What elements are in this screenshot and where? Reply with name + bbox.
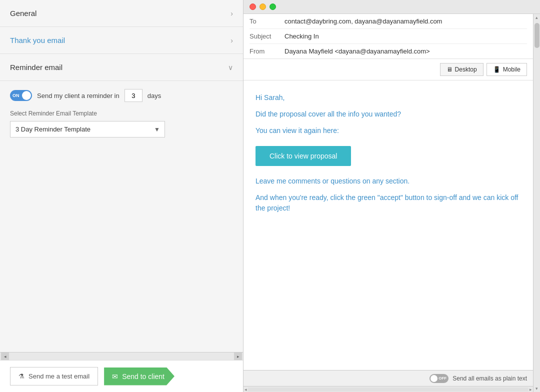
desktop-label: Desktop [455,66,477,73]
mac-titlebar [244,0,540,14]
test-email-button[interactable]: ⚗ Send me a test email [10,367,98,386]
view-proposal-button[interactable]: Click to view proposal [256,146,351,166]
thank-you-email-label: Thank you email [10,36,65,44]
toggle-off-label: OFF [438,376,446,380]
email-line1: Did the proposal cover all the info you … [256,109,521,120]
toggle-on-label: ON [12,93,20,98]
right-bottom-bar: OFF Send all emails as plain text [244,370,533,386]
to-label: To [250,18,284,25]
mobile-icon: 📱 [493,66,500,73]
toggle-knob [22,91,31,100]
email-greeting: Hi Sarah, [256,92,521,103]
general-label: General [10,9,36,18]
email-subject-row: Subject Checking In [250,29,527,44]
scroll-track [534,21,540,385]
right-panel-inner: To contact@daybring.com, dayana@dayanama… [244,14,540,392]
to-value: contact@daybring.com, dayana@dayanamayfi… [284,18,442,25]
send-client-button[interactable]: ✉ Send to client [104,368,174,386]
desktop-icon: 🖥 [446,66,452,73]
desktop-view-button[interactable]: 🖥 Desktop [440,63,484,76]
plain-text-toggle[interactable]: OFF [430,374,448,383]
left-panel: General › Thank you email › Reminder ema… [0,0,244,392]
scroll-arrows: ◂ ▸ [1,352,242,360]
chevron-right-icon-2: › [230,36,233,44]
mobile-label: Mobile [503,66,520,73]
email-to-row: To contact@daybring.com, dayana@dayanama… [250,14,527,29]
email-toolbar: 🖥 Desktop 📱 Mobile [244,59,533,80]
chevron-down-icon: ∨ [228,64,233,72]
email-from-row: From Dayana Mayfield <dayana@dayanamayfi… [250,44,527,58]
email-header: To contact@daybring.com, dayana@dayanama… [244,14,533,59]
test-email-label: Send me a test email [28,372,90,380]
horizontal-scrollbar[interactable]: ◂ ▸ [0,352,243,360]
send-client-label: Send to client [122,372,164,380]
sidebar-item-general[interactable]: General › [0,0,243,27]
scroll-thumb[interactable] [534,23,540,48]
template-select[interactable]: 3 Day Reminder Template 1 Day Reminder T… [10,121,165,138]
email-preview: To contact@daybring.com, dayana@dayanama… [244,14,533,370]
chevron-right-icon: › [230,10,233,18]
email-main: To contact@daybring.com, dayana@dayanama… [244,14,533,392]
right-v-scrollbar[interactable]: ▴ ▾ [533,14,540,392]
from-label: From [250,48,284,55]
scroll-left-arrow[interactable]: ◂ [1,352,9,360]
email-body: Hi Sarah, Did the proposal cover all the… [244,80,533,370]
template-select-wrapper: 3 Day Reminder Template 1 Day Reminder T… [10,121,165,138]
right-h-scrollbar[interactable]: ◂ ▸ [244,386,533,392]
reminder-text-before: Send my client a reminder in [37,92,120,100]
right-scroll-left-arrow[interactable]: ◂ [244,387,248,392]
select-reminder-label: Select Reminder Email Template [10,110,233,117]
bottom-toolbar: ⚗ Send me a test email ✉ Send to client [0,360,243,392]
mac-minimize-button[interactable] [260,4,266,10]
mobile-view-button[interactable]: 📱 Mobile [486,63,527,76]
email-line3: Leave me comments or questions on any se… [256,176,521,186]
sidebar-item-thank-you-email[interactable]: Thank you email › [0,27,243,54]
mac-maximize-button[interactable] [270,4,276,10]
right-panel: To contact@daybring.com, dayana@dayanama… [244,0,540,392]
reminder-days-input[interactable] [124,89,142,102]
reminder-text-after: days [148,92,161,100]
scroll-right-arrow[interactable]: ▸ [234,352,242,360]
subject-value: Checking In [284,32,319,40]
flask-icon: ⚗ [18,372,24,380]
subject-label: Subject [250,32,284,40]
from-value: Dayana Mayfield <dayana@dayanamayfield.c… [284,48,430,55]
email-line4: And when you're ready, click the green "… [256,192,521,214]
mac-close-button[interactable] [250,4,256,10]
sidebar-item-reminder-email[interactable]: Reminder email ∨ [0,54,243,81]
reminder-section: ON Send my client a reminder in days Sel… [0,81,243,146]
left-content: General › Thank you email › Reminder ema… [0,0,243,352]
scroll-down-arrow[interactable]: ▾ [534,385,539,392]
reminder-toggle[interactable]: ON [10,90,32,101]
toggle-pill-knob [430,375,438,382]
scroll-up-arrow[interactable]: ▴ [534,14,539,21]
envelope-icon: ✉ [112,372,118,380]
email-line2: You can view it again here: [256,126,521,136]
reminder-toggle-row: ON Send my client a reminder in days [10,89,233,102]
reminder-email-label: Reminder email [10,63,62,72]
plain-text-label: Send all emails as plain text [452,375,527,382]
right-scroll-right-arrow[interactable]: ▸ [528,387,533,392]
plain-text-toggle-row: OFF Send all emails as plain text [430,374,527,383]
